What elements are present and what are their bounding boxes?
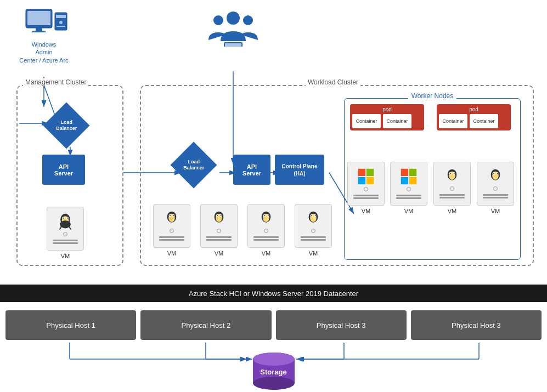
- pod1: pod Container Container: [350, 104, 424, 130]
- svg-point-76: [450, 173, 451, 174]
- pod2-label: pod: [439, 106, 509, 112]
- workload-vm1-label: VM: [153, 250, 190, 257]
- physical-host-3: Physical Host 3: [276, 310, 407, 340]
- svg-point-28: [213, 15, 223, 25]
- svg-point-44: [170, 215, 171, 216]
- admin-center-icon: [25, 8, 63, 38]
- workload-api-server: APIServer: [233, 155, 270, 185]
- svg-point-38: [67, 217, 68, 218]
- management-cluster-label: Management Cluster: [23, 78, 88, 86]
- worker-vm3-container: VM: [433, 162, 471, 212]
- physical-host-2: Physical Host 2: [140, 310, 271, 340]
- worker-vm3: [433, 162, 471, 206]
- svg-rect-70: [401, 177, 408, 184]
- mgmt-vm: [47, 207, 84, 251]
- workload-vm2: [200, 204, 238, 248]
- storage-icon: Storage: [249, 351, 298, 392]
- mgmt-vm-label: VM: [47, 253, 84, 259]
- workload-cluster: Workload Cluster LoadBalancer APIServer …: [140, 85, 534, 266]
- pod1-container1: Container: [352, 114, 381, 128]
- pod2-container2: Container: [470, 114, 498, 128]
- control-plane: Control Plane(HA): [275, 155, 324, 185]
- admin-center-label: Windows Admin Center / Azure Arc: [14, 41, 74, 64]
- svg-point-51: [221, 215, 222, 216]
- worker-vm1-container: VM: [347, 162, 385, 212]
- svg-point-83: [497, 173, 498, 174]
- worker-vm3-label: VM: [433, 208, 471, 214]
- workload-vm2-label: VM: [200, 250, 238, 257]
- svg-point-77: [454, 173, 455, 174]
- physical-host-1-label: Physical Host 1: [46, 321, 95, 329]
- admin-center: Windows Admin Center / Azure Arc: [14, 8, 74, 64]
- users-icon: [208, 8, 258, 49]
- windows-icon-1: [357, 168, 375, 185]
- workload-vm3: [247, 204, 285, 248]
- svg-point-56: [264, 215, 265, 216]
- workload-vm1: [153, 204, 190, 248]
- worker-vm1: [347, 162, 385, 206]
- svg-point-82: [493, 173, 494, 174]
- workload-vm4: [295, 204, 332, 248]
- svg-rect-22: [32, 31, 46, 32]
- svg-rect-26: [57, 26, 65, 27]
- physical-host-2-label: Physical Host 2: [182, 321, 231, 329]
- svg-rect-24: [56, 15, 66, 18]
- pod1-label: pod: [352, 106, 422, 112]
- physical-host-4-label: Physical Host 3: [452, 321, 501, 329]
- svg-rect-67: [366, 177, 374, 184]
- worker-vm4-label: VM: [477, 208, 514, 214]
- physical-hosts-row: Physical Host 1 Physical Host 2 Physical…: [0, 306, 547, 344]
- worker-nodes-label: Worker Nodes: [408, 92, 456, 100]
- pod1-container2: Container: [383, 114, 411, 128]
- linux-icon-wl3: [258, 211, 274, 227]
- physical-host-4: Physical Host 3: [411, 310, 542, 340]
- workload-vm4-label: VM: [295, 250, 332, 257]
- workload-vm2-container: VM: [200, 204, 238, 254]
- windows-icon-2: [400, 168, 418, 185]
- storage-label: Storage: [260, 367, 286, 376]
- svg-rect-65: [366, 168, 374, 175]
- linux-icon-wl1: [163, 211, 180, 227]
- linux-icon-wl4: [305, 211, 322, 227]
- worker-vm2-container: VM: [390, 162, 427, 212]
- worker-vm2: [390, 162, 427, 206]
- svg-point-45: [173, 215, 174, 216]
- workload-load-balancer: LoadBalancer: [175, 146, 212, 184]
- svg-rect-20: [27, 11, 50, 25]
- svg-rect-31: [225, 43, 241, 47]
- linux-icon-w4: [487, 168, 504, 185]
- svg-point-25: [59, 21, 63, 24]
- svg-rect-66: [358, 177, 365, 184]
- physical-host-1: Physical Host 1: [5, 310, 136, 340]
- workload-cluster-label: Workload Cluster: [306, 78, 360, 86]
- pod2: pod Container Container: [437, 104, 511, 130]
- svg-point-27: [227, 12, 240, 25]
- mgmt-vm-container: VM: [47, 207, 84, 257]
- svg-rect-64: [358, 168, 365, 175]
- linux-icon-wl2: [211, 211, 227, 227]
- physical-host-3-label: Physical Host 3: [317, 321, 366, 329]
- workload-vm4-container: VM: [295, 204, 332, 254]
- management-cluster: Management Cluster LoadBalancer APIServe…: [16, 85, 123, 266]
- worker-vm4: [477, 162, 514, 206]
- storage-area: Storage: [0, 351, 547, 392]
- svg-point-50: [217, 215, 218, 216]
- worker-nodes-area: Worker Nodes pod Container Container pod…: [344, 98, 521, 260]
- hci-bar-label: Azure Stack HCI or Windows Server 2019 D…: [189, 289, 358, 298]
- mgmt-load-balancer: LoadBalancer: [48, 107, 85, 144]
- svg-point-62: [311, 215, 312, 216]
- mgmt-api-server: APIServer: [42, 155, 85, 185]
- svg-rect-68: [401, 168, 408, 175]
- svg-rect-21: [36, 28, 42, 31]
- workload-vm1-container: VM: [153, 204, 190, 254]
- worker-vm2-label: VM: [390, 208, 427, 214]
- workload-vm3-label: VM: [247, 250, 285, 257]
- svg-point-37: [63, 217, 64, 218]
- pod2-container1: Container: [439, 114, 467, 128]
- svg-point-29: [243, 15, 253, 25]
- svg-rect-69: [409, 168, 416, 175]
- svg-point-63: [315, 215, 316, 216]
- svg-point-86: [253, 377, 295, 390]
- workload-vm3-container: VM: [247, 204, 285, 254]
- linux-icon: [57, 213, 74, 230]
